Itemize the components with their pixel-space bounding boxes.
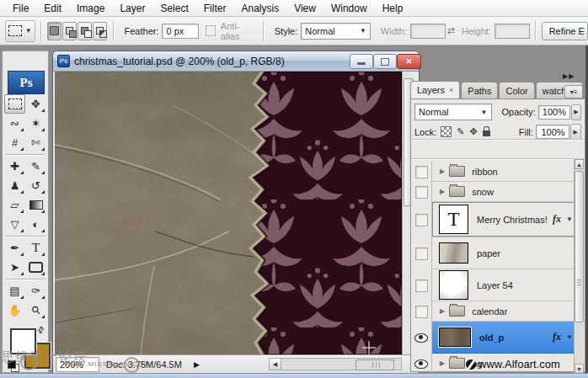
path-selection-tool[interactable]: ➤ [4, 258, 25, 277]
type-tool[interactable]: T [25, 238, 46, 258]
rectangular-marquee-tool[interactable] [4, 94, 25, 114]
layer-row-calendar[interactable]: ▶ calendar [411, 301, 576, 322]
canvas[interactable] [55, 72, 402, 354]
tab-paths[interactable]: Paths [461, 82, 498, 98]
opacity-label: Opacity: [502, 107, 536, 117]
restore-button[interactable] [373, 54, 397, 69]
menu-view[interactable]: View [286, 1, 323, 16]
visibility-toggle[interactable] [411, 202, 432, 237]
lock-transparency-icon[interactable] [441, 126, 452, 137]
shape-tool[interactable] [25, 258, 46, 277]
history-brush-tool[interactable]: ↺ [25, 176, 46, 195]
layer-row-ribbon[interactable]: ▶ ribbon [411, 162, 576, 182]
subtract-selection-mode-button[interactable] [78, 22, 92, 40]
add-to-selection-mode-button[interactable] [62, 22, 77, 40]
menu-window[interactable]: Window [323, 1, 375, 16]
height-input[interactable] [494, 24, 530, 39]
fill-field[interactable]: 100% [536, 125, 569, 139]
blur-tool[interactable]: ▽ [4, 215, 25, 234]
lock-all-icon[interactable] [483, 130, 490, 136]
move-tool[interactable]: ✥ [25, 94, 46, 114]
layer-thumbnail[interactable] [439, 270, 468, 300]
group-collapsed-icon[interactable]: ▶ [440, 168, 445, 175]
tab-color[interactable]: Color [499, 82, 534, 98]
dodge-tool[interactable]: ◐ [25, 215, 46, 234]
zoom-tool[interactable]: ⚲ [25, 301, 46, 320]
new-selection-mode-button[interactable] [47, 22, 61, 40]
menu-image[interactable]: Image [69, 1, 112, 16]
brush-tool[interactable]: ✎ [25, 157, 46, 176]
intersect-selection-mode-button[interactable] [93, 22, 107, 40]
minimize-button[interactable] [350, 54, 373, 69]
crop-tool[interactable]: # [4, 133, 25, 152]
notes-tool[interactable]: ▤ [4, 281, 25, 301]
layer-row-paper[interactable]: paper [411, 237, 576, 269]
tab-layers[interactable]: Layers × [410, 81, 460, 98]
visibility-toggle[interactable] [411, 182, 432, 202]
effects-expand-icon[interactable]: ▼ [566, 216, 573, 223]
eraser-tool[interactable]: ▱ [4, 195, 25, 215]
visibility-toggle[interactable] [411, 162, 432, 182]
layer-row-old-p[interactable]: old_p fx ▼ [411, 322, 576, 354]
lock-paint-icon[interactable]: ✎ [457, 126, 464, 137]
layer-thumbnail[interactable] [439, 327, 471, 347]
layers-scroll-thumb[interactable] [575, 171, 584, 322]
opacity-slider-button[interactable]: ▶ [571, 104, 581, 120]
eyedropper-tool[interactable]: ✑ [25, 281, 46, 301]
layer-row-snow[interactable]: ▶ snow [411, 182, 576, 202]
document-title-bar[interactable]: Ps christmas_tutorial.psd @ 200% (old_p,… [53, 51, 419, 72]
scroll-left-arrow-icon[interactable]: ◀ [270, 359, 281, 370]
visibility-toggle[interactable] [411, 269, 432, 301]
lasso-tool[interactable]: ∾ [4, 114, 25, 133]
refine-edge-button[interactable]: Refine E [542, 22, 588, 40]
panel-menu-button[interactable]: ▾≡ [564, 85, 583, 98]
anti-alias-checkbox[interactable] [206, 25, 216, 36]
visibility-toggle[interactable] [411, 237, 432, 269]
clone-stamp-tool[interactable]: ♟ [4, 176, 25, 195]
swap-dimensions-icon[interactable]: ⇄ [447, 25, 455, 36]
opacity-field[interactable]: 100% [538, 105, 570, 120]
tab-close-icon[interactable]: × [449, 86, 453, 94]
gradient-tool[interactable] [25, 195, 46, 215]
dock-collapse-button[interactable]: ▶▶ [563, 72, 575, 80]
tool-preset-picker[interactable]: ▼ [5, 20, 35, 42]
style-dropdown[interactable]: Normal ▼ [301, 23, 371, 40]
layer-thumbnail[interactable] [439, 242, 468, 264]
close-button[interactable]: ✕ [397, 54, 421, 69]
visibility-toggle[interactable] [411, 354, 432, 374]
horizontal-scrollbar[interactable]: ◀ [269, 358, 402, 370]
menu-analysis[interactable]: Analysis [233, 1, 286, 16]
menu-help[interactable]: Help [375, 1, 411, 16]
magic-wand-tool[interactable]: ✶ [25, 114, 46, 133]
layer-effects-icon[interactable]: fx [553, 331, 561, 343]
layer-row-merry-christmas[interactable]: T Merry Christmas! fx ▼ [411, 202, 576, 237]
status-menu-arrow-icon[interactable]: ▶ [194, 360, 200, 369]
effects-expand-icon[interactable]: ▼ [566, 333, 573, 341]
chevron-down-icon: ▼ [360, 27, 366, 35]
fill-slider-button[interactable]: ▶ [570, 124, 581, 140]
menu-filter[interactable]: Filter [196, 1, 234, 16]
slice-tool[interactable]: ✄ [25, 133, 46, 152]
menu-edit[interactable]: Edit [36, 1, 69, 16]
visibility-toggle[interactable] [411, 322, 432, 354]
blend-mode-dropdown[interactable]: Normal ▼ [414, 104, 492, 120]
layers-scrollbar[interactable]: ▲ ▼ [574, 159, 584, 375]
lock-position-icon[interactable]: ✥ [470, 126, 478, 137]
group-collapsed-icon[interactable]: ▶ [440, 307, 445, 315]
text-layer-thumbnail[interactable]: T [439, 205, 468, 234]
layer-effects-icon[interactable]: fx [553, 213, 561, 226]
hand-tool[interactable]: ✋ [4, 301, 25, 320]
visibility-toggle[interactable] [411, 301, 432, 322]
layer-row-layer-54[interactable]: Layer 54 [411, 269, 576, 301]
healing-brush-tool[interactable]: ✚ [4, 157, 25, 176]
feather-input[interactable]: 0 px [162, 24, 199, 39]
menu-file[interactable]: File [5, 1, 36, 16]
group-collapsed-icon[interactable]: ▶ [440, 188, 445, 195]
scroll-up-arrow-icon[interactable]: ▲ [575, 159, 584, 169]
group-collapsed-icon[interactable]: ▶ [440, 359, 445, 367]
menu-select[interactable]: Select [152, 1, 195, 16]
horizontal-scroll-thumb[interactable] [355, 359, 394, 370]
width-input[interactable] [410, 24, 446, 39]
pen-tool[interactable]: ✒ [4, 238, 25, 258]
menu-layer[interactable]: Layer [112, 1, 152, 16]
